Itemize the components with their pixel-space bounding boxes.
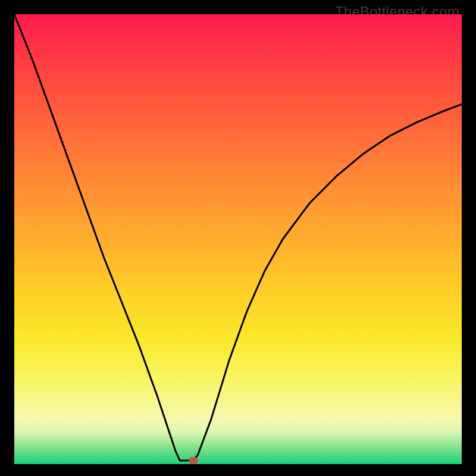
chart-frame: TheBottleneck.com xyxy=(0,0,476,476)
plot-area xyxy=(14,14,462,464)
bottleneck-curve xyxy=(14,14,462,464)
optimum-marker xyxy=(189,457,198,464)
